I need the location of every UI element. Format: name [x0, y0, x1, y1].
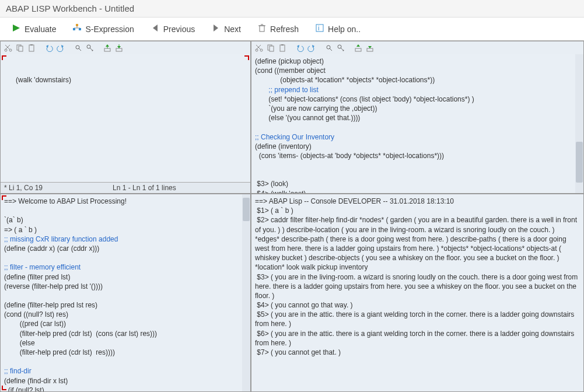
next-label: Next [224, 24, 241, 34]
console-line: $2> caddr filter filter-help find-dir *n… [255, 216, 579, 271]
find-icon[interactable] [73, 43, 83, 53]
welcome-line: => ( a ` b ) [4, 226, 37, 234]
line-range: Ln 1 - Ln 1 of 1 lines [113, 184, 176, 192]
welcome-comment: ;; find-dir [4, 367, 32, 375]
arrow-left-icon [151, 23, 160, 34]
code-pane: (define (pickup object) (cond ((member o… [251, 41, 584, 194]
evaluate-label: Evaluate [25, 24, 56, 34]
evaluate-button[interactable]: Evaluate [5, 20, 63, 38]
find-icon[interactable] [324, 43, 334, 53]
svg-rect-11 [316, 24, 323, 32]
code-line: (define (pickup object) [255, 57, 324, 65]
svg-marker-0 [13, 24, 20, 32]
svg-rect-1 [76, 24, 78, 26]
help-button[interactable]: i Help on.. [308, 20, 368, 38]
console-line: $4> ( you cannot go that way. ) [255, 301, 353, 309]
console-line: $3> ( you are in the living-room. a wiza… [255, 273, 580, 300]
welcome-comment: ;; filter - memory efficient [4, 263, 81, 271]
welcome-line: `(a` b) [4, 216, 23, 224]
code-body[interactable]: (define (pickup object) (cond ((member o… [251, 54, 583, 193]
copy-icon[interactable] [265, 43, 276, 53]
code-line: (cond ((member object [255, 66, 326, 75]
code-line: (define (inventory) [255, 142, 312, 150]
svg-marker-48 [342, 50, 344, 51]
svg-marker-50 [356, 44, 360, 47]
arrow-right-icon [211, 23, 221, 34]
svg-rect-41 [281, 44, 284, 46]
welcome-line: (filter-help pred (cdr lst) (cons (car l… [4, 330, 157, 338]
previous-button[interactable]: Previous [144, 20, 202, 38]
editor-toolbar [1, 41, 250, 54]
svg-rect-51 [367, 48, 373, 51]
code-comment: ;; Checking Our Inventory [255, 133, 334, 141]
main-toolbar: Evaluate S-Expression Previous Next Refr… [0, 18, 584, 41]
svg-rect-20 [30, 44, 33, 46]
console-body[interactable]: ==> ABAP Lisp -- Console DEVELOPER -- 31… [251, 194, 583, 391]
cursor-pos: * Li 1, Co 19 [4, 184, 43, 192]
svg-rect-28 [104, 48, 110, 51]
svg-rect-31 [116, 48, 122, 51]
trash-icon [257, 23, 267, 34]
find-next-icon[interactable] [335, 43, 346, 53]
code-toolbar [251, 41, 583, 54]
find-next-icon[interactable] [85, 43, 95, 53]
svg-rect-39 [270, 46, 274, 51]
code-line: $3> (look) [255, 180, 288, 188]
svg-marker-27 [92, 50, 93, 51]
undo-icon[interactable] [295, 43, 305, 53]
welcome-line: (define (filter-help pred lst res) [4, 301, 97, 309]
tree-icon [72, 23, 82, 34]
sexpr-button[interactable]: S-Expression [65, 20, 141, 38]
paste-icon[interactable] [26, 43, 37, 53]
svg-marker-6 [153, 24, 158, 32]
help-icon: i [315, 23, 324, 34]
export-icon[interactable] [114, 43, 124, 53]
refresh-label: Refresh [270, 24, 299, 34]
console-line: ==> ABAP Lisp -- Console DEVELOPER -- 31… [255, 197, 454, 205]
welcome-line: (define (find-dir x lst) [4, 377, 68, 385]
undo-icon[interactable] [44, 43, 54, 53]
welcome-line: (define (caddr x) (car (cddr x))) [4, 244, 99, 253]
svg-point-37 [260, 49, 263, 51]
next-button[interactable]: Next [204, 20, 248, 38]
paste-icon[interactable] [277, 43, 288, 53]
svg-text:i: i [318, 24, 319, 32]
console-line: $7> ( you cannot get that. ) [255, 348, 341, 356]
content-grid: (walk 'downstairs) * Li 1, Co 19 Ln 1 - … [0, 41, 584, 392]
welcome-comment: ;; missing CxR library function added [4, 235, 118, 243]
welcome-line: (define (filter pred lst) [4, 273, 70, 281]
copy-icon[interactable] [15, 43, 25, 53]
editor-body[interactable]: (walk 'downstairs) [1, 54, 250, 182]
play-icon [12, 23, 21, 34]
editor-pane: (walk 'downstairs) * Li 1, Co 19 Ln 1 - … [0, 41, 251, 194]
svg-line-24 [79, 48, 81, 51]
export-icon[interactable] [365, 43, 375, 53]
console-pane: ==> ABAP Lisp -- Console DEVELOPER -- 31… [251, 194, 584, 392]
console-line: $5> ( you are in the attic. there is a g… [255, 310, 576, 328]
code-line: $4> (walk 'east) [255, 190, 306, 193]
import-icon[interactable] [353, 43, 363, 53]
welcome-line: ((pred (car lst)) [4, 320, 66, 328]
refresh-button[interactable]: Refresh [250, 20, 306, 38]
welcome-body[interactable]: ==> Welcome to ABAP List Processing! `(a… [1, 194, 250, 391]
scrollbar[interactable] [575, 54, 583, 193]
welcome-line: (reverse (filter-help pred lst '()))) [4, 282, 103, 290]
editor-status: * Li 1, Co 19 Ln 1 - Ln 1 of 1 lines [1, 182, 250, 193]
redo-icon[interactable] [55, 43, 66, 53]
scrollbar[interactable] [242, 194, 250, 391]
window-title: ABAP LISP Workbench - Untitled [0, 0, 584, 18]
svg-rect-40 [280, 45, 285, 51]
svg-point-16 [9, 49, 12, 51]
cut-icon[interactable] [3, 43, 13, 53]
code-line: (else '(you cannot get that.)))) [255, 114, 360, 122]
previous-label: Previous [163, 24, 195, 34]
cut-icon[interactable] [254, 43, 264, 53]
welcome-line: (else [4, 339, 35, 347]
svg-rect-49 [355, 48, 361, 51]
import-icon[interactable] [102, 43, 113, 53]
editor-text: (walk 'downstairs) [16, 76, 71, 84]
code-line: (set! *object-locations* (cons (list obj… [255, 95, 474, 103]
svg-rect-18 [19, 46, 23, 51]
console-line: $1> ( a ` b ) [255, 206, 293, 215]
redo-icon[interactable] [306, 43, 317, 53]
